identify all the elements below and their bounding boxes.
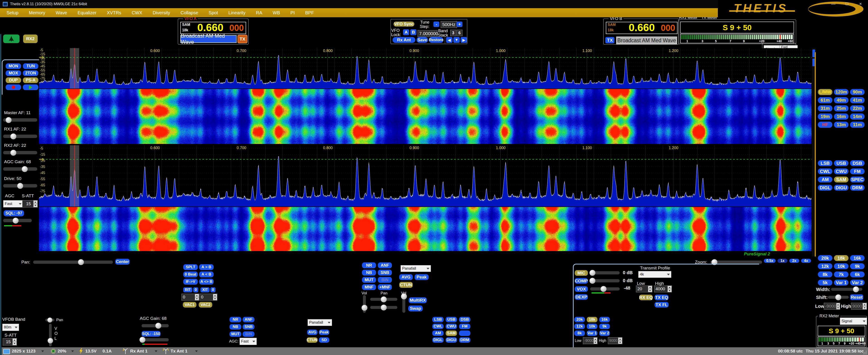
agc-gain-slider[interactable] — [3, 167, 37, 171]
zoom-4x[interactable]: 4x — [801, 259, 811, 263]
rx2-filter-20k[interactable]: 20k — [574, 317, 585, 322]
menu-memory[interactable]: Memory — [24, 8, 50, 17]
rx2-mode-sam[interactable]: SAM — [446, 330, 457, 336]
vfo-lock-b-button[interactable]: B — [410, 29, 416, 35]
zoom-0.5x[interactable]: 0.5x — [764, 259, 776, 263]
menu-spot[interactable]: Spot — [204, 8, 223, 17]
mode-lsb[interactable]: LSB — [818, 160, 832, 166]
chevron-down-icon[interactable] — [155, 351, 157, 352]
spin-down-icon[interactable] — [648, 289, 652, 292]
rx2-filter-9k[interactable]: 9k — [599, 324, 610, 329]
spin-down-icon[interactable] — [668, 289, 672, 292]
mode-drm[interactable]: DRM — [850, 185, 865, 191]
zoom-2x[interactable]: 2x — [789, 259, 799, 263]
dexp-button[interactable]: DEXP — [575, 294, 588, 300]
xit-stepper[interactable]: 0 — [199, 294, 217, 300]
tx-fl-button[interactable]: TX FL — [655, 302, 669, 307]
slider-knob[interactable] — [140, 337, 145, 343]
band-19m[interactable]: 19m — [818, 114, 832, 120]
multirx-button[interactable]: MultiRX — [409, 297, 427, 303]
rx-antenna[interactable]: Rx Ant 1 — [130, 349, 148, 354]
peak-button[interactable]: Peak — [414, 274, 429, 280]
slider-knob[interactable] — [6, 117, 11, 123]
rx2-peak-button[interactable]: Peak — [319, 330, 329, 335]
spin-up-icon[interactable] — [648, 286, 652, 289]
filter-10k[interactable]: 10k — [834, 263, 848, 269]
minimize-button[interactable]: — — [827, 0, 840, 8]
rx2-mode-blank[interactable] — [459, 330, 470, 336]
rx2-filter-10k[interactable]: 10k — [587, 324, 597, 329]
ptt-mox[interactable]: MOX — [6, 70, 21, 76]
collapsed-panel-strip[interactable] — [0, 34, 1, 347]
slider-knob[interactable] — [362, 305, 367, 311]
slider-knob[interactable] — [10, 134, 16, 139]
split-a-b[interactable]: A > B — [199, 264, 214, 270]
s-att-stepper[interactable]: 15 — [22, 200, 38, 207]
master-af-slider[interactable] — [3, 118, 37, 122]
subrx-vol-slider[interactable] — [402, 295, 405, 313]
dsp--mnf[interactable]: +MNF — [378, 284, 392, 290]
rx1-af-slider[interactable] — [3, 135, 37, 138]
vfo-lock-a-button[interactable]: A — [403, 29, 409, 35]
filter-8k[interactable]: 8k — [818, 271, 832, 277]
rx2-agc-select[interactable]: Fast — [240, 338, 257, 345]
rx2-mode-fm[interactable]: FM — [459, 324, 470, 329]
band-25m[interactable]: 25m — [834, 105, 848, 112]
menu-diversity[interactable]: Diversity — [148, 8, 175, 17]
rx2-dsp-nr[interactable]: NR — [229, 317, 241, 322]
filter-9k[interactable]: 9k — [850, 263, 865, 269]
filter-5k[interactable]: 5k — [818, 279, 832, 286]
rx2-low-stepper[interactable]: -9000 — [583, 337, 597, 344]
band-41m[interactable]: 41m — [850, 97, 865, 103]
dsp-mnf[interactable]: MNF — [362, 284, 376, 290]
agc-mode-select[interactable]: Fast — [3, 200, 23, 207]
slider-knob[interactable] — [10, 150, 16, 156]
filter-width-slider[interactable] — [831, 288, 862, 291]
play-button[interactable] — [23, 84, 38, 90]
band-down-button[interactable]: ◀ — [446, 37, 453, 43]
zoom-1x[interactable]: 1x — [777, 259, 787, 263]
comp-button[interactable]: COMP — [575, 278, 588, 284]
vfo-a-tx-button[interactable]: TX — [238, 35, 247, 43]
filter-var-2[interactable]: Var 2 — [850, 279, 865, 286]
rx1-pan-mix-slider[interactable] — [370, 298, 397, 301]
avg-button[interactable]: AVG — [399, 274, 413, 280]
slider-knob[interactable] — [48, 318, 52, 323]
slider-knob[interactable] — [600, 286, 607, 292]
sql-button[interactable]: SQL: -97 — [4, 210, 24, 216]
spin-down-icon[interactable] — [618, 341, 622, 344]
rx2-vol-slider[interactable] — [49, 324, 52, 346]
menu-collapse[interactable]: Collapse — [175, 8, 204, 17]
slider-knob[interactable] — [381, 296, 387, 302]
tune-step-minus-button[interactable]: - — [433, 22, 439, 27]
frequency-entry[interactable]: 7.000000 — [417, 30, 437, 37]
rx2-sql-button[interactable]: SQL: -150 — [142, 331, 161, 336]
spin-up-icon[interactable] — [594, 337, 597, 341]
rx2-sd-button[interactable]: SD — [319, 337, 329, 343]
dsp-bin[interactable]: BIN — [378, 277, 392, 283]
rx2-mode-cwl[interactable]: CWL — [432, 324, 444, 329]
tx-eq-button[interactable]: TX EQ — [655, 295, 669, 300]
spin-up-icon[interactable] — [213, 294, 217, 297]
rx2-mode-dsb[interactable]: DSB — [459, 317, 470, 322]
filter-high-stepper[interactable]: 9000 — [851, 303, 867, 309]
spin-down-icon[interactable] — [836, 306, 840, 309]
rx2-mode-am[interactable]: AM — [432, 330, 444, 336]
slider-knob[interactable] — [853, 287, 859, 292]
vfo-a-frequency-display[interactable]: SAM 18k 0.660 000 — [180, 22, 246, 34]
rx2-ctun-button[interactable]: CTUN — [307, 337, 317, 343]
swap-button[interactable]: Swap — [408, 305, 423, 312]
menu-linearity[interactable]: Linearity — [223, 8, 251, 17]
band-120m[interactable]: 120m — [834, 89, 848, 95]
band-31m[interactable]: 31m — [818, 105, 832, 112]
slider-knob[interactable] — [381, 305, 387, 310]
rx1-waterfall[interactable] — [39, 89, 811, 144]
menu-cwx[interactable]: CWX — [127, 8, 148, 17]
filter-16k[interactable]: 16k — [850, 255, 865, 261]
chevron-down-icon[interactable] — [71, 351, 74, 352]
slider-knob[interactable] — [22, 166, 28, 172]
filter-low-stepper[interactable]: -9000 — [824, 303, 840, 309]
rx1-vol-slider[interactable] — [363, 295, 366, 313]
spin-up-icon[interactable] — [195, 294, 199, 297]
vfo-b-tx-button[interactable]: TX — [606, 37, 614, 43]
